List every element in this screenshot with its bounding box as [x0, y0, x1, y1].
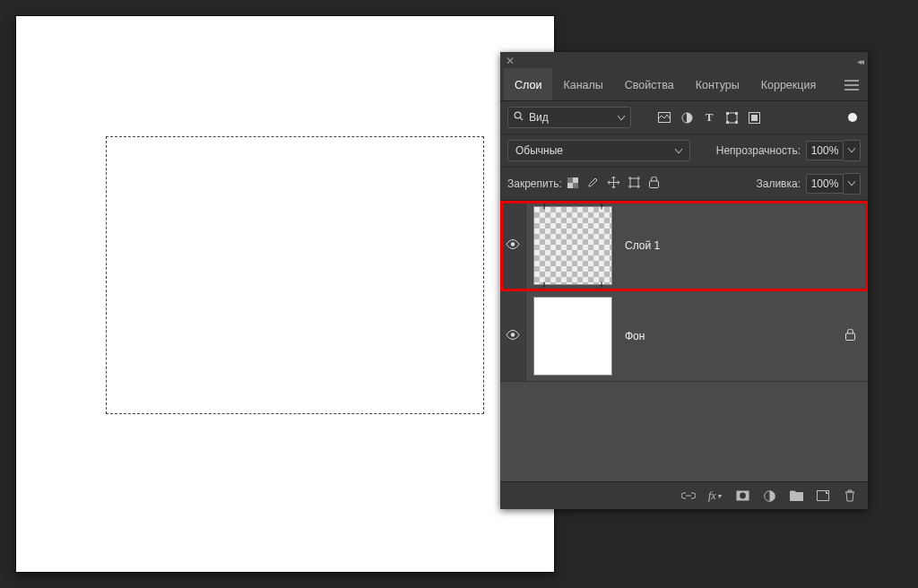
layer-name[interactable]: Слой 1	[619, 201, 868, 290]
blend-mode-value: Обычные	[515, 144, 563, 157]
add-mask-icon[interactable]	[735, 489, 749, 503]
collapse-icon[interactable]: ◂◂	[857, 56, 862, 66]
search-icon	[514, 111, 524, 124]
lock-transparent-icon[interactable]	[567, 177, 578, 191]
panel-tabs: Слои Каналы Свойства Контуры Коррекция	[500, 70, 868, 101]
lock-paint-icon[interactable]	[587, 177, 599, 191]
layers-panel: ✕ ◂◂ Слои Каналы Свойства Контуры Коррек…	[500, 52, 868, 509]
adjustment-layer-icon[interactable]	[762, 489, 776, 503]
fx-icon[interactable]: fx▾	[708, 489, 723, 503]
blend-row: Обычные Непрозрачность: 100%	[500, 134, 868, 168]
layer-thumbnail	[533, 297, 612, 376]
svg-point-17	[511, 333, 515, 336]
svg-rect-6	[735, 112, 738, 115]
svg-rect-4	[727, 113, 737, 123]
visibility-toggle[interactable]	[500, 201, 526, 290]
fill-value: 100%	[806, 174, 844, 194]
new-layer-icon[interactable]	[816, 489, 830, 503]
svg-line-1	[520, 117, 523, 120]
chevron-down-icon	[844, 173, 861, 195]
tab-adjustments[interactable]: Коррекция	[750, 70, 827, 100]
layers-list: Слой 1 Фон	[500, 201, 868, 481]
chevron-down-icon	[675, 144, 682, 157]
svg-point-0	[515, 112, 521, 118]
layer-name[interactable]: Фон	[619, 291, 845, 381]
panel-footer: fx▾	[500, 481, 868, 509]
eye-icon	[506, 239, 520, 252]
svg-point-16	[511, 242, 515, 246]
delete-icon[interactable]	[843, 489, 857, 503]
layer-kind-filter[interactable]: Вид	[507, 107, 631, 128]
blend-mode-select[interactable]: Обычные	[507, 140, 690, 161]
tab-paths[interactable]: Контуры	[685, 70, 750, 100]
svg-rect-7	[726, 121, 729, 124]
layer-kind-value: Вид	[529, 111, 549, 124]
svg-rect-14	[630, 178, 638, 186]
svg-rect-10	[751, 115, 758, 121]
opacity-value: 100%	[806, 141, 844, 160]
filter-icons: T	[658, 111, 760, 124]
filter-shape-icon[interactable]	[725, 111, 738, 124]
lock-artboard-icon[interactable]	[628, 177, 640, 191]
filter-pixel-icon[interactable]	[658, 111, 671, 124]
lock-icon	[845, 329, 855, 343]
svg-rect-12	[567, 177, 573, 183]
document-canvas[interactable]	[16, 16, 554, 572]
svg-rect-15	[649, 181, 658, 188]
svg-rect-2	[659, 113, 671, 123]
svg-point-21	[764, 490, 775, 501]
opacity-input[interactable]: 100%	[806, 140, 861, 161]
tab-channels[interactable]: Каналы	[552, 70, 613, 100]
lock-row: Закрепить: Заливка: 100%	[500, 168, 868, 201]
layer-row[interactable]: Фон	[500, 291, 868, 382]
group-icon[interactable]	[789, 489, 803, 503]
fill-input[interactable]: 100%	[806, 173, 861, 195]
svg-rect-11	[567, 177, 578, 188]
lock-buttons	[567, 177, 659, 191]
lock-all-icon[interactable]	[649, 177, 659, 191]
svg-rect-9	[749, 112, 759, 123]
tab-properties[interactable]: Свойства	[614, 70, 685, 100]
layer-row[interactable]: Слой 1	[500, 201, 868, 291]
svg-rect-5	[726, 112, 729, 115]
tab-layers[interactable]: Слои	[504, 68, 552, 100]
filter-type-icon[interactable]: T	[703, 111, 715, 124]
layer-thumbnail	[533, 206, 612, 285]
filter-adjust-icon[interactable]	[680, 111, 693, 124]
svg-rect-22	[818, 491, 829, 501]
svg-point-20	[740, 493, 746, 499]
filter-row: Вид T	[500, 101, 868, 134]
chevron-down-icon	[618, 111, 625, 124]
panel-titlebar: ✕ ◂◂	[500, 52, 868, 70]
filter-smart-icon[interactable]	[748, 111, 760, 124]
svg-rect-8	[735, 121, 738, 124]
lock-label: Закрепить:	[507, 177, 562, 190]
filter-toggle[interactable]	[848, 113, 857, 122]
svg-rect-13	[573, 183, 578, 188]
visibility-toggle[interactable]	[500, 291, 526, 381]
close-icon[interactable]: ✕	[506, 55, 515, 67]
opacity-label: Непрозрачность:	[716, 144, 801, 157]
marquee-selection	[106, 136, 484, 414]
eye-icon	[506, 330, 520, 342]
link-layers-icon[interactable]	[681, 489, 696, 503]
svg-point-3	[682, 113, 692, 123]
panel-menu-icon[interactable]	[844, 80, 859, 91]
chevron-down-icon	[844, 140, 861, 161]
lock-position-icon[interactable]	[608, 177, 619, 191]
fill-label: Заливка:	[756, 177, 801, 190]
svg-rect-18	[846, 333, 855, 341]
svg-rect-19	[736, 491, 749, 501]
